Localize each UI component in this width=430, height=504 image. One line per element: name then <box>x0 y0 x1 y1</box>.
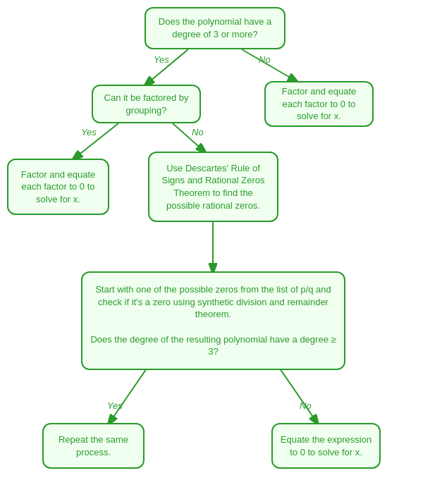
svg-line-6 <box>109 367 148 423</box>
label-no2: No <box>192 127 204 137</box>
node-synthetic: Start with one of the possible zeros fro… <box>81 271 345 370</box>
node-repeat: Repeat the same process. <box>42 423 145 469</box>
node-factor-easy-right: Factor and equate each factor to 0 to so… <box>264 81 374 127</box>
node-equate: Equate the expression to 0 to solve for … <box>271 423 381 469</box>
node-top: Does the polynomial have a degree of 3 o… <box>145 7 285 49</box>
label-yes1: Yes <box>154 54 169 65</box>
label-no1: No <box>259 54 271 65</box>
label-no3: No <box>300 400 312 411</box>
node-factor-easy-left: Factor and equate each factor to 0 to so… <box>7 159 109 215</box>
flowchart: Yes No Yes No Yes No Does the polynomial… <box>0 0 430 504</box>
svg-line-7 <box>278 367 317 423</box>
label-yes3: Yes <box>107 400 123 411</box>
label-yes2: Yes <box>81 127 97 137</box>
node-can-factor: Can it be factored by grouping? <box>92 85 201 123</box>
node-descartes: Use Descartes' Rule of Signs and Rationa… <box>148 152 278 222</box>
